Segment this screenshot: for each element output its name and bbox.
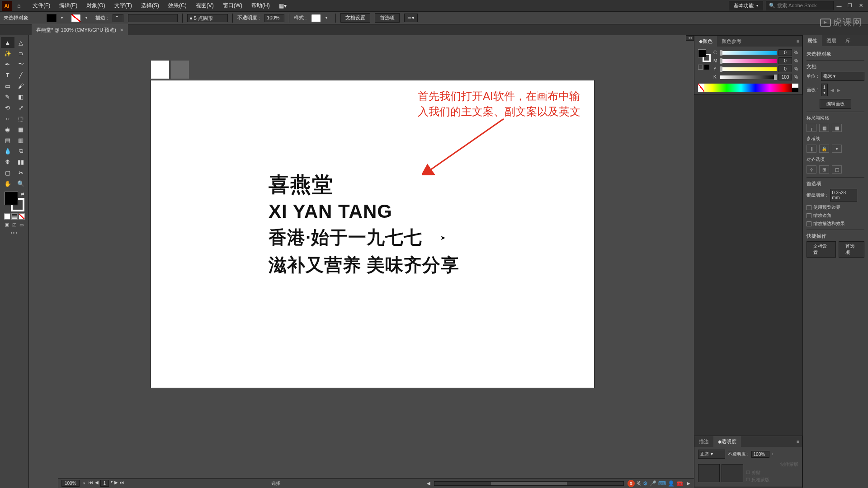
stock-search[interactable]: 🔍搜索 Adobe Stock [766, 1, 834, 10]
nav-prev-icon[interactable]: ◀ [95, 480, 99, 487]
screen-mode-full[interactable]: ◰ [11, 221, 18, 228]
align-button[interactable]: ⊨▾ [404, 14, 418, 22]
prev-artboard-icon[interactable]: ◀ [830, 88, 834, 93]
artboard[interactable]: 首先我们打开AI软件，在画布中输 入我们的主文案、副文案以及英文 喜燕堂 XI … [151, 80, 594, 388]
document-tab[interactable]: 喜燕堂* @ 100% (CMYK/GPU 预览) ✕ [32, 24, 128, 35]
tab-color-guide[interactable]: 颜色参考 [717, 36, 746, 47]
curvature-tool[interactable]: 〜 [14, 59, 28, 70]
key-increment-field[interactable]: 0.3528 mm [830, 189, 857, 202]
menu-select[interactable]: 选择(S) [137, 0, 164, 11]
lasso-tool[interactable]: ⊃ [14, 48, 28, 59]
qa-docsetup-button[interactable]: 文档设置 [807, 241, 836, 258]
style-swatch[interactable] [311, 14, 321, 22]
snap-pixel-icon[interactable]: ◫ [832, 165, 842, 174]
fill-swatch[interactable] [47, 14, 57, 22]
last-color-swatch[interactable] [704, 65, 709, 70]
rectangle-tool[interactable]: ▭ [1, 80, 14, 91]
tab-libraries[interactable]: 库 [841, 35, 855, 46]
menu-edit[interactable]: 编辑(E) [55, 0, 82, 11]
fill-stroke-indicator[interactable]: ⇄ [5, 192, 24, 211]
panel-menu-icon[interactable]: ≡ [794, 439, 802, 444]
make-mask-button[interactable]: 制作蒙版 [746, 461, 798, 468]
menu-arrange-icon[interactable]: ▦▾ [274, 0, 291, 11]
canvas-area[interactable]: 首先我们打开AI软件，在画布中输 入我们的主文案、副文案以及英文 喜燕堂 XI … [29, 35, 694, 488]
menu-help[interactable]: 帮助(H) [247, 0, 274, 11]
scale-tool[interactable]: ⤢ [14, 102, 28, 113]
gradient-tool[interactable]: ▥ [14, 135, 28, 145]
zoom-field[interactable]: 100% [61, 480, 80, 487]
cyan-value[interactable]: 0 [778, 49, 792, 56]
tab-properties[interactable]: 属性 [803, 35, 822, 46]
symbol-sprayer-tool[interactable]: ❋ [1, 156, 14, 167]
artboard-number-field[interactable]: 1 [100, 480, 109, 487]
eraser-tool[interactable]: ◧ [14, 91, 28, 102]
scale-corners-checkbox[interactable]: 缩放边角 [807, 212, 864, 219]
color-mode-none[interactable] [19, 213, 25, 220]
magenta-slider[interactable] [720, 59, 777, 63]
type-tool[interactable]: T [1, 70, 14, 80]
menu-window[interactable]: 窗口(W) [218, 0, 247, 11]
docsetup-button[interactable]: 文档设置 [340, 13, 370, 23]
opacity-field[interactable]: 100% [264, 14, 284, 22]
magic-wand-tool[interactable]: ✨ [1, 48, 14, 59]
scale-strokes-checkbox[interactable]: 缩放描边和效果 [807, 221, 864, 227]
slice-tool[interactable]: ✂ [14, 167, 28, 178]
tab-close-icon[interactable]: ✕ [120, 28, 123, 33]
tab-stroke[interactable]: 描边 [694, 436, 713, 447]
artboard-nav-2[interactable] [171, 61, 189, 79]
ime-icon-1[interactable]: ⚙ [643, 480, 648, 487]
sogou-icon[interactable]: S [627, 480, 635, 487]
free-transform-tool[interactable]: ⬚ [14, 113, 28, 124]
window-restore-icon[interactable]: ❐ [844, 1, 855, 10]
horizontal-scrollbar[interactable] [434, 481, 624, 486]
home-icon[interactable]: ⌂ [14, 1, 24, 10]
snap-point-icon[interactable]: ⊹ [807, 165, 816, 174]
tab-color[interactable]: ◆ 颜色 [694, 36, 717, 47]
zoom-tool[interactable]: 🔍 [14, 178, 28, 189]
width-tool[interactable]: ↔ [1, 113, 14, 124]
grid-icon[interactable]: ▦ [819, 124, 829, 132]
hand-tool[interactable]: ✋ [1, 178, 14, 189]
opacity-value-field[interactable]: 100% [751, 451, 769, 458]
nav-next-icon[interactable]: ▶ [114, 480, 118, 487]
window-close-icon[interactable]: ✕ [855, 1, 866, 10]
screen-mode-normal[interactable]: ▣ [4, 221, 10, 228]
artwork-text[interactable]: 喜燕堂 XI YAN TANG 香港·始于一九七七 滋补又营养 美味齐分享 [269, 171, 459, 277]
screen-mode-pres[interactable]: ▭ [19, 221, 25, 228]
menu-view[interactable]: 视图(V) [191, 0, 218, 11]
scroll-right-icon[interactable]: ▶ [687, 481, 690, 486]
black-slider[interactable] [720, 75, 777, 79]
preview-bounds-checkbox[interactable]: 使用预览边界 [807, 204, 864, 211]
color-spectrum[interactable] [698, 84, 798, 92]
qa-prefs-button[interactable]: 首选项 [839, 241, 864, 258]
magenta-value[interactable]: 0 [778, 57, 792, 64]
shaper-tool[interactable]: ✎ [1, 91, 14, 102]
blend-tool[interactable]: ⧉ [14, 145, 28, 156]
brush-field[interactable]: ● 5 点圆形 [187, 14, 228, 22]
ruler-icon[interactable]: ┌ [807, 124, 816, 132]
snap-grid-icon[interactable]: ⊞ [819, 165, 829, 174]
color-mode-gradient[interactable] [11, 213, 18, 220]
line-tool[interactable]: ╱ [14, 70, 28, 80]
ime-icon-4[interactable]: 👤 [668, 480, 675, 487]
unit-select[interactable]: 毫米 ▾ [821, 72, 864, 81]
menu-file[interactable]: 文件(F) [28, 0, 55, 11]
panel-fill-stroke[interactable] [698, 49, 711, 62]
show-guides-icon[interactable]: ‖ [807, 145, 816, 153]
menu-type[interactable]: 文字(T) [110, 0, 137, 11]
edit-toolbar-icon[interactable]: ••• [1, 230, 28, 235]
cyan-slider[interactable] [720, 51, 777, 55]
graph-tool[interactable]: ▮▮ [14, 156, 28, 167]
stroke-weight-field[interactable]: ⌃ [113, 14, 123, 22]
window-minimize-icon[interactable]: — [834, 1, 844, 10]
shape-builder-tool[interactable]: ◉ [1, 124, 14, 135]
edit-artboard-button[interactable]: 编辑画板 [820, 99, 851, 109]
rotate-tool[interactable]: ⟲ [1, 102, 14, 113]
mesh-tool[interactable]: ▤ [1, 135, 14, 145]
panel-menu-icon[interactable]: ≡ [794, 39, 802, 44]
direct-selection-tool[interactable]: △ [14, 37, 28, 48]
nav-last-icon[interactable]: ⏭ [120, 480, 124, 487]
yellow-slider[interactable] [720, 67, 777, 71]
menu-effect[interactable]: 效果(C) [164, 0, 191, 11]
selection-tool[interactable]: ▲ [1, 37, 14, 48]
